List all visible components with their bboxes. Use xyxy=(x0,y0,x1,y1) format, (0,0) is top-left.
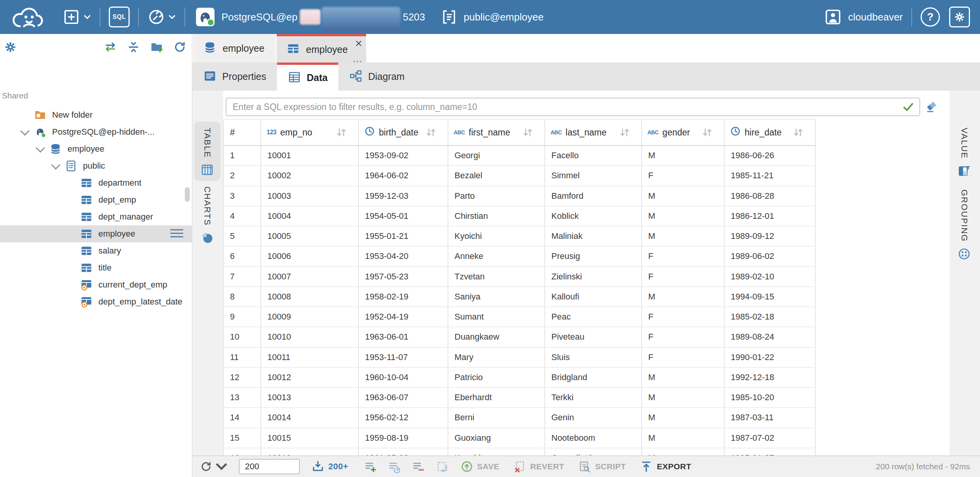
cell-last_name[interactable]: Terkki xyxy=(545,388,642,407)
tree-item-salary[interactable]: salary xyxy=(0,242,192,259)
tree-item-public[interactable]: public xyxy=(0,157,192,174)
cell-birth_date[interactable]: 1959-08-19 xyxy=(359,428,448,448)
tree-item-postgresql-ep-hidden[interactable]: PostgreSQL@ep-hidden-... xyxy=(0,123,192,140)
cell-emp_no[interactable]: 10006 xyxy=(261,247,359,266)
cell-last_name[interactable]: Bridgland xyxy=(545,368,642,387)
fetch-next-page-button[interactable]: 200+ xyxy=(311,460,348,473)
cell-first_name[interactable]: Chirstian xyxy=(448,206,545,226)
cell-hire_date[interactable]: 1985-10-20 xyxy=(725,388,816,407)
row-number[interactable]: 4 xyxy=(223,206,261,226)
help-button[interactable]: ? xyxy=(921,7,940,27)
cell-gender[interactable]: F xyxy=(642,327,725,347)
panel-tab-grouping[interactable]: GROUPING xyxy=(951,183,977,265)
tree-item-dept-manager[interactable]: dept_manager xyxy=(0,208,192,225)
cell-birth_date[interactable]: 1963-06-07 xyxy=(359,388,448,407)
cell-gender[interactable]: F xyxy=(642,166,725,185)
tab-menu-dots-icon[interactable]: ... xyxy=(353,55,362,63)
row-number[interactable]: 10 xyxy=(223,327,261,347)
tab-employee-table-active[interactable]: employee × ... xyxy=(277,34,366,63)
close-icon[interactable]: × xyxy=(355,37,362,49)
row-number[interactable]: 9 xyxy=(223,307,261,326)
cell-emp_no[interactable]: 10015 xyxy=(261,428,359,448)
cell-last_name[interactable]: Genin xyxy=(545,408,642,427)
cell-emp_no[interactable]: 10003 xyxy=(261,186,359,206)
new-object-button[interactable] xyxy=(63,8,91,26)
apply-changes-script-button[interactable] xyxy=(436,460,449,473)
settings-button[interactable] xyxy=(940,7,980,27)
cell-first_name[interactable]: Georgi xyxy=(448,146,545,165)
cell-last_name[interactable]: Bamford xyxy=(545,186,642,206)
cell-last_name[interactable]: Preusig xyxy=(545,247,642,266)
cell-gender[interactable]: F xyxy=(642,247,725,266)
row-number[interactable]: 3 xyxy=(223,186,261,206)
row-number[interactable]: 8 xyxy=(223,287,261,306)
cell-birth_date[interactable]: 1953-11-07 xyxy=(359,348,448,367)
sort-icon[interactable] xyxy=(792,127,804,137)
column-header-hire_date[interactable]: hire_date xyxy=(725,120,816,145)
column-header-rownum[interactable]: # xyxy=(223,120,261,145)
cell-birth_date[interactable]: 1959-12-03 xyxy=(359,186,448,206)
cell-last_name[interactable]: Simmel xyxy=(545,166,642,185)
cell-first_name[interactable]: Patricio xyxy=(448,368,545,387)
row-number[interactable]: 12 xyxy=(223,368,261,387)
cell-hire_date[interactable]: 1987-03-11 xyxy=(725,408,816,427)
cell-emp_no[interactable]: 10002 xyxy=(261,166,359,185)
sql-editor-button[interactable]: SQL xyxy=(109,7,130,27)
collapse-all-button[interactable] xyxy=(127,41,140,54)
column-header-emp_no[interactable]: 123emp_no xyxy=(261,120,359,145)
cell-emp_no[interactable]: 10014 xyxy=(261,408,359,427)
cell-hire_date[interactable]: 1986-06-26 xyxy=(725,146,816,165)
cell-hire_date[interactable]: 1989-08-24 xyxy=(725,327,816,347)
schema-selector[interactable]: public@employee xyxy=(441,8,544,25)
link-with-editor-button[interactable] xyxy=(104,41,117,54)
cell-gender[interactable]: M xyxy=(642,186,725,206)
delete-row-button[interactable] xyxy=(412,460,425,473)
row-limit-input[interactable] xyxy=(239,459,300,474)
cell-last_name[interactable]: Kalloufi xyxy=(545,287,642,306)
cell-emp_no[interactable]: 10009 xyxy=(261,307,359,326)
chevron-down-icon[interactable] xyxy=(15,123,34,140)
cell-hire_date[interactable]: 1994-09-15 xyxy=(725,287,816,306)
row-number[interactable]: 7 xyxy=(223,267,261,286)
clear-filter-button[interactable] xyxy=(925,100,938,113)
cell-gender[interactable]: F xyxy=(642,348,725,367)
tree-item-employee[interactable]: employee xyxy=(0,225,192,242)
tree-item-current-dept-emp[interactable]: current_dept_emp xyxy=(0,276,192,293)
cell-birth_date[interactable]: 1956-02-12 xyxy=(359,408,448,427)
cell-emp_no[interactable]: 10012 xyxy=(261,368,359,387)
cell-first_name[interactable]: Anneke xyxy=(448,247,545,266)
apply-filter-button[interactable] xyxy=(902,100,915,113)
tree-item-menu-icon[interactable] xyxy=(170,229,183,237)
cell-hire_date[interactable]: 1987-07-02 xyxy=(725,428,816,448)
cell-last_name[interactable]: Zielinski xyxy=(545,267,642,286)
add-row-button[interactable] xyxy=(364,460,377,473)
cell-hire_date[interactable]: 1986-08-28 xyxy=(725,186,816,206)
cell-first_name[interactable]: Guoxiang xyxy=(448,428,545,448)
cell-emp_no[interactable]: 10008 xyxy=(261,287,359,306)
cell-first_name[interactable]: Bezalel xyxy=(448,166,545,185)
save-button[interactable]: SAVE xyxy=(460,460,500,473)
cell-hire_date[interactable]: 1989-02-10 xyxy=(725,267,816,286)
cell-first_name[interactable]: Eberhardt xyxy=(448,388,545,407)
duplicate-row-button[interactable] xyxy=(388,460,401,473)
cell-last_name[interactable]: Nooteboom xyxy=(545,428,642,448)
new-folder-button[interactable] xyxy=(150,41,163,54)
cell-first_name[interactable]: Saniya xyxy=(448,287,545,306)
cell-last_name[interactable]: Piveteau xyxy=(545,327,642,347)
cell-hire_date[interactable]: 1986-12-01 xyxy=(725,206,816,226)
sort-icon[interactable] xyxy=(522,127,534,137)
refresh-results-button[interactable] xyxy=(199,460,228,473)
driver-manager-button[interactable] xyxy=(147,8,176,26)
cell-last_name[interactable]: Maliniak xyxy=(545,227,642,246)
cell-last_name[interactable]: Facello xyxy=(545,146,642,165)
cell-gender[interactable]: M xyxy=(642,408,725,427)
cell-emp_no[interactable]: 10004 xyxy=(261,206,359,226)
sort-icon[interactable] xyxy=(701,127,713,137)
row-number[interactable]: 1 xyxy=(223,146,261,165)
cell-hire_date[interactable]: 1989-06-02 xyxy=(725,247,816,266)
sort-icon[interactable] xyxy=(336,127,347,137)
tab-properties[interactable]: Properties xyxy=(193,63,277,91)
cell-gender[interactable]: M xyxy=(642,206,725,226)
tree-item-department[interactable]: department xyxy=(0,174,192,191)
cell-birth_date[interactable]: 1952-04-19 xyxy=(359,307,448,326)
